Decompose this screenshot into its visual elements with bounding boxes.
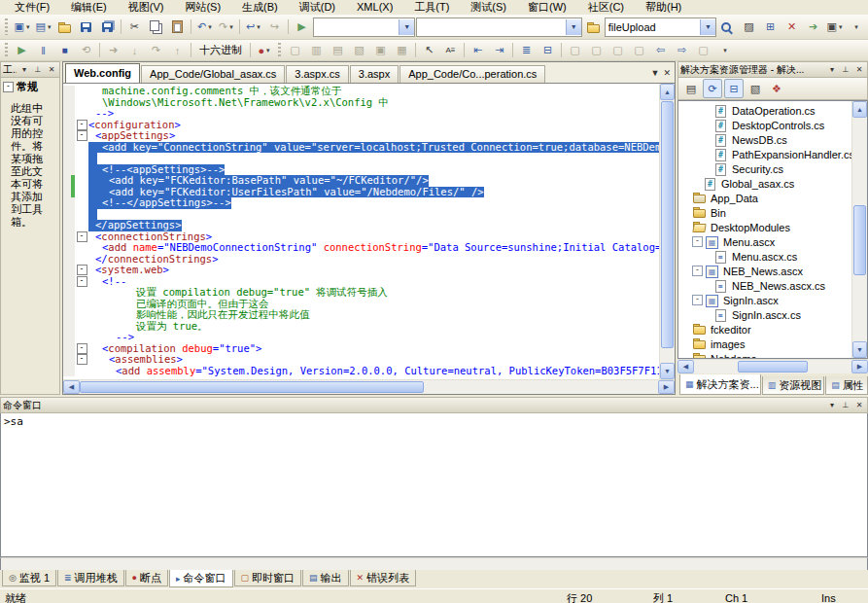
collapse-icon[interactable]: - [77, 120, 87, 130]
tool-window-tab[interactable]: ▸命令窗口 [169, 570, 233, 587]
toolbar-grip[interactable] [278, 43, 281, 57]
step-over-button[interactable]: ↷ [146, 40, 166, 60]
close-icon[interactable]: ✕ [853, 400, 865, 411]
editor-horizontal-scrollbar[interactable]: ◀ ▶ [63, 379, 675, 394]
tree-item[interactable]: NEB_News.ascx.cs [678, 278, 851, 293]
scroll-right-icon[interactable]: ▶ [851, 360, 868, 373]
breakpoints-button[interactable]: ●▾ [254, 40, 274, 60]
toolbox-button[interactable]: ⊞ [760, 17, 781, 37]
menu-item[interactable]: 生成(B) [231, 0, 289, 15]
tree-item[interactable]: images [678, 337, 851, 351]
decrease-indent-button[interactable]: ⇤ [468, 40, 488, 60]
refresh-button[interactable]: ⟳ [703, 79, 722, 98]
tree-item[interactable]: Menu.ascx.cs [678, 249, 851, 264]
tree-item[interactable]: Global_asax.cs [678, 176, 851, 191]
select-pointer-button[interactable]: ↖ [419, 40, 439, 60]
tree-vertical-scrollbar[interactable]: ▲ ▼ [851, 101, 867, 358]
collapse-icon[interactable]: - [77, 343, 87, 354]
collapse-icon[interactable]: - [77, 231, 87, 242]
break-all-button[interactable]: ‖ [33, 40, 53, 60]
editor-tab[interactable]: Web.config [65, 63, 140, 83]
outlining-margin[interactable]: - [75, 130, 88, 142]
close-document-icon[interactable]: ✕ [663, 68, 671, 78]
scroll-up-icon[interactable]: ▲ [660, 84, 675, 100]
tree-item[interactable]: SignIn.ascx.cs [678, 307, 851, 322]
menu-item[interactable]: XML(X) [346, 0, 403, 15]
view-designer-button[interactable]: ❖ [767, 79, 786, 98]
collapse-icon[interactable]: - [3, 82, 14, 92]
scroll-up-icon[interactable]: ▲ [852, 101, 867, 118]
fileupload-combo[interactable]: fileUpload ▼ [605, 18, 716, 37]
pin-icon[interactable]: ⊥ [32, 64, 44, 76]
properties-button[interactable]: ▤ [681, 79, 701, 98]
tree-item[interactable]: PathExpansionHandler.cs [678, 147, 851, 161]
solution-explorer-title-bar[interactable]: 解决方案资源管理器 - 解决... ▾ ⊥ ✕ [677, 61, 868, 78]
tool-window-tab[interactable]: ▤输出 [302, 570, 349, 586]
collapse-icon[interactable]: - [77, 276, 87, 287]
tree-item[interactable]: -Menu.ascx [678, 234, 851, 249]
editor-vertical-scrollbar[interactable]: ▲ ▼ [659, 84, 675, 379]
export-page-button[interactable]: ⇨ [672, 40, 692, 60]
restart-button[interactable]: ⟲ [76, 40, 96, 60]
view-code-button[interactable]: ▧ [746, 79, 765, 98]
scroll-right-icon[interactable]: ▶ [658, 380, 675, 394]
browse-with-button[interactable]: ➔ [803, 17, 823, 37]
editor-tab[interactable]: App_Code/Global_asax.cs [141, 65, 285, 83]
script-block-button[interactable]: ▢ [565, 40, 585, 60]
find-in-files-button[interactable] [717, 17, 738, 37]
code-area[interactable]: machine.config.comments 中，该文件通常位于\Window… [63, 84, 659, 379]
hyperlink-button[interactable]: ▢ [693, 40, 713, 60]
tree-expander-icon[interactable]: - [692, 266, 703, 276]
show-next-statement-button[interactable]: ➜ [103, 40, 123, 60]
new-project-button[interactable]: ▣▾ [12, 17, 32, 37]
tool-window-tab[interactable]: ≣调用堆栈 [57, 570, 124, 586]
window-position-button[interactable]: ▾ [826, 64, 838, 76]
window-position-button[interactable]: ▾ [826, 400, 838, 411]
tree-item[interactable]: fckeditor [678, 322, 851, 337]
collapse-icon[interactable]: - [77, 130, 87, 141]
tree-item[interactable]: -SignIn.ascx [678, 293, 851, 307]
tree-item[interactable]: -NEB_News.ascx [678, 264, 851, 278]
scrollbar-thumb[interactable] [661, 101, 674, 348]
paste-button[interactable] [167, 17, 188, 37]
add-item-button[interactable]: ▤▾ [33, 17, 53, 37]
outlining-margin[interactable]: - [75, 276, 88, 288]
menu-item[interactable]: 调试(D) [289, 0, 346, 15]
increase-indent-button[interactable]: ⇥ [489, 40, 509, 60]
redo-button[interactable]: ↷▾ [216, 17, 236, 37]
tools-button[interactable]: ✕ [781, 17, 802, 37]
panel-tab[interactable]: ▤属性 [825, 376, 868, 395]
toolbar-grip[interactable] [5, 43, 8, 57]
toolbox-group-general[interactable]: - 常规 [1, 78, 59, 96]
menu-item[interactable]: 测试(S) [460, 0, 517, 15]
pin-icon[interactable]: ⊥ [840, 64, 851, 76]
close-icon[interactable]: ✕ [46, 64, 57, 76]
formatting-marks-button[interactable]: A≡ [440, 40, 461, 60]
solution-configurations-combo[interactable]: ▼ [313, 18, 415, 37]
tool-window-tab[interactable]: ▢即时窗口 [234, 570, 302, 586]
collapse-icon[interactable]: - [77, 354, 87, 365]
tree-item[interactable]: NewsDB.cs [678, 132, 851, 147]
comment-block-button[interactable]: ▢ [586, 40, 607, 60]
tag-nav-forward-button[interactable]: ▢ [629, 40, 649, 60]
command-window-title-bar[interactable]: 命令窗口 ▾ ⊥ ✕ [0, 397, 868, 413]
start-debug-button[interactable]: ▶ [292, 17, 312, 37]
menu-item[interactable]: 社区(C) [577, 0, 635, 15]
panel-tab[interactable]: ▦解决方案资... [679, 374, 761, 395]
tool-window-tab[interactable]: ●断点 [125, 570, 168, 586]
menu-item[interactable]: 网站(S) [174, 0, 231, 15]
toolbar-options-button[interactable]: ▾ [846, 17, 866, 37]
menu-item[interactable]: 视图(V) [118, 0, 175, 15]
hex-button[interactable]: 十六进制 [194, 40, 247, 60]
insert-attribute-button[interactable]: ▥ [306, 40, 327, 60]
toolbar-grip[interactable] [5, 18, 8, 36]
create-element-button[interactable]: ▢ [285, 40, 305, 60]
open-file-button[interactable] [54, 17, 75, 37]
toolbar-options-button[interactable]: ▾ [714, 40, 735, 60]
pin-icon[interactable]: ⊥ [840, 400, 851, 411]
tree-item[interactable]: DesktopModules [678, 220, 851, 234]
continue-button[interactable]: ▶ [12, 40, 32, 60]
tree-item[interactable]: DesktopControls.cs [678, 118, 851, 132]
outlining-margin[interactable]: - [75, 231, 88, 243]
tree-item[interactable]: DataOperation.cs [678, 103, 851, 118]
